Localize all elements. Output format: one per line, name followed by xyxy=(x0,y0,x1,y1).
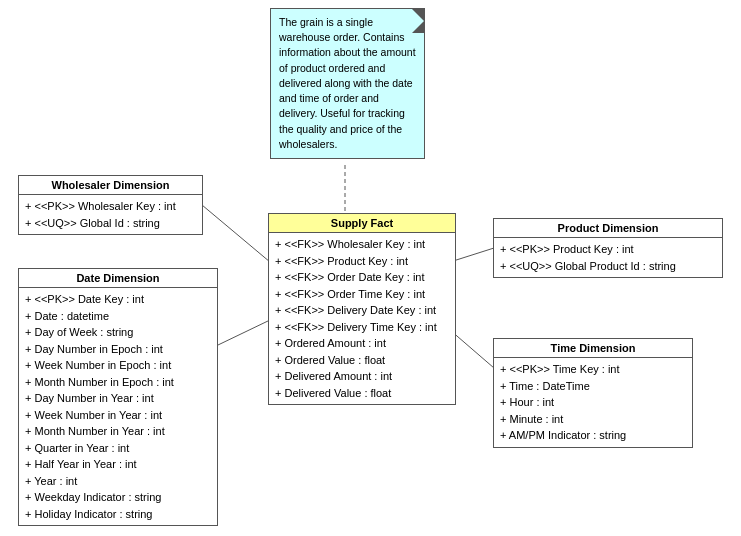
product-dimension-box: Product Dimension + <<PK>> Product Key :… xyxy=(493,218,723,278)
dd-field-14: + Holiday Indicator : string xyxy=(25,506,211,523)
time-dimension-body: + <<PK>> Time Key : int + Time : DateTim… xyxy=(494,358,692,447)
dd-field-10: + Quarter in Year : int xyxy=(25,440,211,457)
svg-line-4 xyxy=(450,330,494,368)
sf-field-10: + Delivered Value : float xyxy=(275,385,449,402)
td-field-2: + Time : DateTime xyxy=(500,378,686,395)
td-field-5: + AM/PM Indicator : string xyxy=(500,427,686,444)
supply-fact-body: + <<FK>> Wholesaler Key : int + <<FK>> P… xyxy=(269,233,455,404)
dd-field-7: + Day Number in Year : int xyxy=(25,390,211,407)
wd-field-2: + <<UQ>> Global Id : string xyxy=(25,215,196,232)
supply-fact-box: Supply Fact + <<FK>> Wholesaler Key : in… xyxy=(268,213,456,405)
dd-field-12: + Year : int xyxy=(25,473,211,490)
dd-field-9: + Month Number in Year : int xyxy=(25,423,211,440)
product-dimension-title: Product Dimension xyxy=(494,219,722,238)
note-box: The grain is a single warehouse order. C… xyxy=(270,8,425,159)
sf-field-8: + Ordered Value : float xyxy=(275,352,449,369)
diagram-container: The grain is a single warehouse order. C… xyxy=(0,0,741,536)
date-dimension-body: + <<PK>> Date Key : int + Date : datetim… xyxy=(19,288,217,525)
sf-field-3: + <<FK>> Order Date Key : int xyxy=(275,269,449,286)
sf-field-1: + <<FK>> Wholesaler Key : int xyxy=(275,236,449,253)
sf-field-7: + Ordered Amount : int xyxy=(275,335,449,352)
wholesaler-dimension-body: + <<PK>> Wholesaler Key : int + <<UQ>> G… xyxy=(19,195,202,234)
dd-field-13: + Weekday Indicator : string xyxy=(25,489,211,506)
dd-field-4: + Day Number in Epoch : int xyxy=(25,341,211,358)
wholesaler-dimension-title: Wholesaler Dimension xyxy=(19,176,202,195)
wd-field-1: + <<PK>> Wholesaler Key : int xyxy=(25,198,196,215)
time-dimension-title: Time Dimension xyxy=(494,339,692,358)
dd-field-1: + <<PK>> Date Key : int xyxy=(25,291,211,308)
dd-field-11: + Half Year in Year : int xyxy=(25,456,211,473)
supply-fact-title: Supply Fact xyxy=(269,214,455,233)
date-dimension-title: Date Dimension xyxy=(19,269,217,288)
note-text: The grain is a single warehouse order. C… xyxy=(279,16,416,150)
sf-field-4: + <<FK>> Order Time Key : int xyxy=(275,286,449,303)
svg-line-2 xyxy=(450,248,494,262)
pd-field-2: + <<UQ>> Global Product Id : string xyxy=(500,258,716,275)
product-dimension-body: + <<PK>> Product Key : int + <<UQ>> Glob… xyxy=(494,238,722,277)
pd-field-1: + <<PK>> Product Key : int xyxy=(500,241,716,258)
dd-field-2: + Date : datetime xyxy=(25,308,211,325)
sf-field-5: + <<FK>> Delivery Date Key : int xyxy=(275,302,449,319)
date-dimension-box: Date Dimension + <<PK>> Date Key : int +… xyxy=(18,268,218,526)
td-field-1: + <<PK>> Time Key : int xyxy=(500,361,686,378)
sf-field-2: + <<FK>> Product Key : int xyxy=(275,253,449,270)
dd-field-6: + Month Number in Epoch : int xyxy=(25,374,211,391)
dd-field-5: + Week Number in Epoch : int xyxy=(25,357,211,374)
svg-line-3 xyxy=(218,320,270,345)
svg-line-1 xyxy=(202,205,270,262)
sf-field-6: + <<FK>> Delivery Time Key : int xyxy=(275,319,449,336)
td-field-3: + Hour : int xyxy=(500,394,686,411)
time-dimension-box: Time Dimension + <<PK>> Time Key : int +… xyxy=(493,338,693,448)
sf-field-9: + Delivered Amount : int xyxy=(275,368,449,385)
dd-field-8: + Week Number in Year : int xyxy=(25,407,211,424)
dd-field-3: + Day of Week : string xyxy=(25,324,211,341)
td-field-4: + Minute : int xyxy=(500,411,686,428)
wholesaler-dimension-box: Wholesaler Dimension + <<PK>> Wholesaler… xyxy=(18,175,203,235)
